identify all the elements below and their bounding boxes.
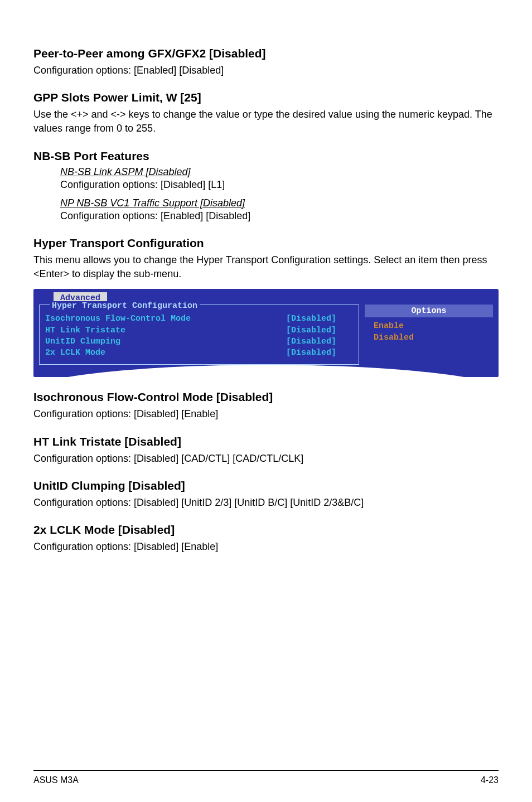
bios-screenshot: Advanced Hyper Transport Configuration I… — [33, 289, 499, 377]
body-lclk: Configuration options: [Disabled] [Enabl… — [33, 540, 499, 554]
subheading-nbsb-link-aspm: NB-SB Link ASPM [Disabled] — [60, 166, 499, 178]
bios-row-isochronous: Isochronous Flow-Control Mode [Disabled] — [45, 313, 353, 325]
heading-hyper-transport: Hyper Transport Configuration — [33, 236, 499, 250]
bios-panel-title: Hyper Transport Configuration — [50, 301, 200, 311]
bios-row-value: [Disabled] — [286, 313, 353, 325]
body-gpp: Use the <+> and <-> keys to change the v… — [33, 108, 499, 136]
bios-row-label: Isochronous Flow-Control Mode — [45, 313, 286, 325]
body-p2p: Configuration options: [Enabled] [Disabl… — [33, 64, 499, 78]
bios-row-value: [Disabled] — [286, 325, 353, 336]
heading-unitid: UnitID Clumping [Disabled] — [33, 479, 499, 492]
body-unitid: Configuration options: [Disabled] [UnitI… — [33, 496, 499, 510]
body-nbsb-link-aspm: Configuration options: [Disabled] [L1] — [60, 178, 499, 192]
heading-lclk: 2x LCLK Mode [Disabled] — [33, 523, 499, 537]
bios-row-label: HT Link Tristate — [45, 325, 286, 336]
heading-isochronous: Isochronous Flow-Control Mode [Disabled] — [33, 390, 499, 404]
bios-option-enable: Enable — [365, 321, 493, 332]
bios-row-ht-link: HT Link Tristate [Disabled] — [45, 325, 353, 336]
bios-row-value: [Disabled] — [286, 347, 353, 359]
bios-row-value: [Disabled] — [286, 336, 353, 347]
bios-row-label: 2x LCLK Mode — [45, 347, 286, 359]
bios-option-disabled: Disabled — [365, 332, 493, 344]
heading-gpp: GPP Slots Power Limit, W [25] — [33, 91, 499, 104]
body-np-nbsb-vc1: Configuration options: [Enabled] [Disabl… — [60, 209, 499, 223]
footer-left: ASUS M3A — [33, 775, 79, 785]
body-ht-link: Configuration options: [Disabled] [CAD/C… — [33, 452, 499, 466]
bios-row-label: UnitID Clumping — [45, 336, 286, 347]
body-isochronous: Configuration options: [Disabled] [Enabl… — [33, 407, 499, 421]
page-footer: ASUS M3A 4-23 — [33, 770, 499, 785]
bios-row-lclk: 2x LCLK Mode [Disabled] — [45, 347, 353, 359]
bios-options-header: Options — [365, 305, 493, 317]
heading-nbsb: NB-SB Port Features — [33, 149, 499, 163]
subheading-np-nbsb-vc1: NP NB-SB VC1 Traffic Support [Disabled] — [60, 197, 499, 209]
bios-row-unitid: UnitID Clumping [Disabled] — [45, 336, 353, 347]
heading-p2p: Peer-to-Peer among GFX/GFX2 [Disabled] — [33, 47, 499, 60]
heading-ht-link: HT Link Tristate [Disabled] — [33, 435, 499, 448]
body-hyper-transport: This menu allows you to change the Hyper… — [33, 253, 499, 281]
footer-right: 4-23 — [481, 775, 499, 785]
